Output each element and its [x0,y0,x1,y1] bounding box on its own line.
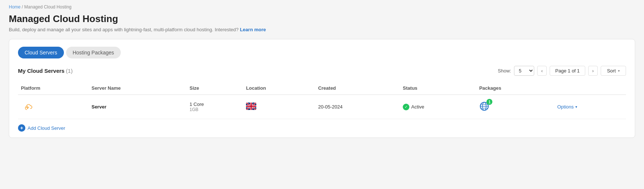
cloud-platform-icon [21,100,34,113]
packages-badge: 1 [486,99,492,105]
tab-cloud-servers[interactable]: Cloud Servers [18,47,64,58]
add-cloud-server-button[interactable]: + Add Cloud Server [18,124,65,132]
add-server-row: + Add Cloud Server [18,119,626,138]
sort-arrow-icon: ▾ [618,69,620,73]
table-header: Platform Server Name Size Location Creat… [18,82,626,95]
col-packages: Packages [476,82,554,95]
breadcrumb: Home / Managed Cloud Hosting [9,4,635,10]
col-actions [554,82,626,95]
tab-hosting-packages[interactable]: Hosting Packages [66,47,121,58]
col-platform: Platform [18,82,88,95]
show-select[interactable]: 5 10 25 [514,66,534,76]
server-name-cell: Server [88,95,187,119]
uk-flag-icon [246,103,256,110]
data-table: Platform Server Name Size Location Creat… [18,82,626,119]
breadcrumb-current: Managed Cloud Hosting [24,4,72,10]
learn-more-link[interactable]: Learn more [240,27,266,32]
created-cell: 20-05-2024 [315,95,400,119]
packages-cell: 1 [476,95,554,119]
page-wrapper: Home / Managed Cloud Hosting Managed Clo… [0,0,644,189]
col-created: Created [315,82,400,95]
breadcrumb-home[interactable]: Home [9,4,21,10]
col-status: Status [400,82,476,95]
options-arrow-icon: ▾ [575,105,577,109]
size-cell: 1 Core 1GB [187,95,243,119]
page-info: Page 1 of 1 [550,66,585,76]
options-button[interactable]: Options ▾ [557,104,577,110]
pagination-controls: Show: 5 10 25 ‹ Page 1 of 1 › Sort ▾ [498,66,626,76]
prev-page-button[interactable]: ‹ [537,66,547,76]
sort-button[interactable]: Sort ▾ [601,66,626,76]
next-page-button[interactable]: › [588,66,598,76]
table-title: My Cloud Servers (1) [18,68,73,74]
add-circle-icon: + [18,124,25,132]
location-cell [243,95,315,119]
table-row: Server 1 Core 1GB [18,95,626,119]
platform-cell [18,95,88,119]
col-server-name: Server Name [88,82,187,95]
main-card: Cloud Servers Hosting Packages My Cloud … [9,39,635,138]
status-check-icon: ✓ [403,104,409,110]
page-subtitle: Build, deploy and manage all your sites … [9,27,635,32]
page-title: Managed Cloud Hosting [9,13,635,25]
status-cell: ✓ Active [400,95,476,119]
packages-icon-wrapper: 1 [479,101,489,111]
col-size: Size [187,82,243,95]
col-location: Location [243,82,315,95]
show-label: Show: [498,68,511,74]
actions-cell: Options ▾ [554,95,626,119]
tabs-container: Cloud Servers Hosting Packages [18,47,626,58]
table-header-row: My Cloud Servers (1) Show: 5 10 25 ‹ Pag… [18,66,626,76]
